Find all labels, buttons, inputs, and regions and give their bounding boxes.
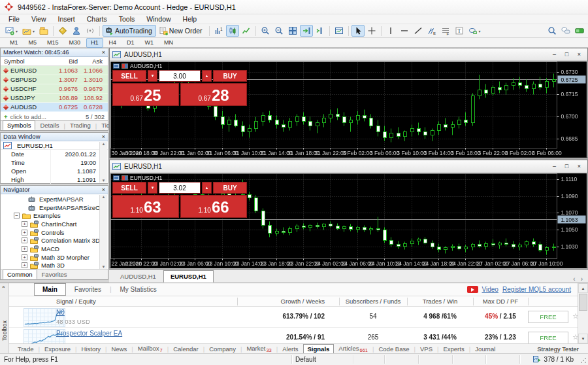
fibonacci-button[interactable]: F bbox=[439, 25, 452, 37]
minimize-icon[interactable]: – bbox=[549, 50, 560, 59]
column-header-trades[interactable]: Trades / Win bbox=[407, 296, 473, 307]
market-watch-row-gbpusd[interactable]: GBPUSD1.30071.3010 bbox=[1, 75, 108, 84]
close-icon[interactable]: × bbox=[2, 284, 5, 290]
chevron-down-icon[interactable]: ▾ bbox=[479, 29, 481, 33]
andrews-pitchfork-button[interactable]: E bbox=[425, 25, 438, 37]
timeframe-mn[interactable]: MN bbox=[159, 38, 178, 48]
column-header-maxdd[interactable]: Max DD / PF bbox=[473, 296, 528, 307]
volume-up-icon[interactable]: ▲ bbox=[202, 182, 212, 194]
chart-window-titlebar[interactable]: EURUSD,H1 – □ × bbox=[110, 160, 587, 173]
volume-input[interactable]: 3.02 bbox=[159, 182, 201, 194]
market-watch-add-row[interactable]: + click to add... 5 / 302 bbox=[1, 112, 108, 121]
navigator-item-math-3d-morpher[interactable]: +Math 3D Morpher bbox=[1, 253, 99, 262]
menu-tools[interactable]: Tools bbox=[113, 14, 141, 24]
navigator-item-chartinchart[interactable]: +ChartInChart bbox=[1, 220, 99, 228]
bar-chart-button[interactable]: 1 bbox=[212, 25, 225, 37]
tab-vps[interactable]: VPS bbox=[416, 344, 437, 354]
tab-experts[interactable]: Experts bbox=[438, 344, 468, 354]
profiles-button[interactable]: ▾ bbox=[20, 25, 37, 37]
market-watch-row-usdjpy[interactable]: USDJPY108.89108.92 bbox=[1, 94, 108, 103]
navigator-item-expertmapsarsizeoptim[interactable]: ExpertMAPSARSizeOptim bbox=[1, 203, 99, 212]
tab-symbols[interactable]: Symbols bbox=[3, 120, 35, 130]
expand-icon[interactable]: + bbox=[22, 262, 27, 268]
menu-help[interactable]: Help bbox=[177, 14, 203, 24]
vertical-line-button[interactable] bbox=[384, 25, 397, 37]
sell-button[interactable]: SELL bbox=[112, 70, 146, 82]
shapes-button[interactable]: ▾ bbox=[466, 25, 483, 37]
chevron-down-icon[interactable]: ▾ bbox=[33, 29, 35, 33]
new-order-button[interactable]: New Order bbox=[157, 25, 206, 37]
chart-tab-audusd-h1[interactable]: AUDUSD,H1 bbox=[113, 270, 163, 283]
tab-signals[interactable]: Signals bbox=[303, 344, 335, 354]
collapse-icon[interactable]: − bbox=[14, 213, 20, 218]
open-folder-button[interactable] bbox=[37, 25, 50, 37]
line-chart-button[interactable] bbox=[240, 25, 253, 37]
tab-code-base[interactable]: Code Base bbox=[374, 344, 414, 354]
signal-name-link[interactable]: Prospector Scalper EA bbox=[56, 330, 122, 337]
menu-insert[interactable]: Insert bbox=[52, 14, 81, 24]
chart-shift-button[interactable] bbox=[314, 25, 327, 37]
tab-news[interactable]: News bbox=[107, 344, 132, 354]
tab-company[interactable]: Company bbox=[204, 344, 240, 354]
chart-tab-eurusd-h1[interactable]: EURUSD,H1 bbox=[163, 270, 214, 283]
volume-down-icon[interactable]: ▼ bbox=[148, 70, 157, 82]
close-icon[interactable]: × bbox=[102, 133, 105, 141]
trend-line-button[interactable] bbox=[412, 25, 425, 37]
scroll-up-icon[interactable]: ▲ bbox=[578, 283, 588, 293]
buy-button[interactable]: BUY bbox=[213, 182, 247, 194]
chevron-down-icon[interactable]: ▾ bbox=[16, 29, 18, 33]
navigator-item-controls[interactable]: +Controls bbox=[1, 228, 99, 237]
volume-input[interactable]: 3.00 bbox=[159, 70, 201, 82]
timeframe-h4[interactable]: H4 bbox=[105, 38, 122, 48]
menu-view[interactable]: View bbox=[25, 14, 52, 24]
buy-price-button[interactable]: 0.67 28 bbox=[180, 83, 247, 106]
tab-main[interactable]: Main bbox=[34, 283, 66, 296]
tab-my-statistics[interactable]: My Statistics bbox=[112, 283, 165, 296]
candle-chart-button[interactable] bbox=[226, 25, 239, 37]
chart-window-titlebar[interactable]: AUDUSD,H1 – □ × bbox=[110, 48, 587, 61]
video-link[interactable]: Video bbox=[482, 286, 498, 293]
free-button[interactable]: FREE bbox=[528, 332, 568, 344]
timeframe-m1[interactable]: M1 bbox=[5, 38, 23, 48]
market-watch-row-eurusd[interactable]: EURUSD1.10631.1066 bbox=[1, 66, 108, 75]
scroll-left-icon[interactable]: ‹ bbox=[573, 275, 575, 283]
tab-exposure[interactable]: Exposure bbox=[40, 344, 75, 354]
buy-button[interactable]: BUY bbox=[213, 70, 247, 82]
horizontal-line-button[interactable] bbox=[398, 25, 411, 37]
signal-row-n0[interactable]: N048 033 USD613.79% / 102544 968 /61%45%… bbox=[9, 307, 578, 328]
volume-up-icon[interactable]: ▲ bbox=[202, 70, 212, 82]
scroll-up-icon[interactable]: ▲ bbox=[100, 142, 107, 146]
tab-calendar[interactable]: Calendar bbox=[169, 344, 203, 354]
broadcast-button[interactable] bbox=[84, 25, 97, 37]
menu-charts[interactable]: Charts bbox=[81, 14, 113, 24]
timeframe-m15[interactable]: M15 bbox=[42, 38, 63, 48]
scroll-down-icon[interactable]: ▼ bbox=[100, 265, 107, 269]
star-icon[interactable]: ☆ bbox=[572, 333, 578, 341]
data-window-button[interactable] bbox=[70, 25, 83, 37]
search-button[interactable] bbox=[547, 26, 557, 35]
zoom-out-button[interactable] bbox=[272, 25, 286, 37]
timeframe-m30[interactable]: M30 bbox=[65, 38, 86, 48]
close-icon[interactable]: × bbox=[574, 50, 585, 59]
volume-down-icon[interactable]: ▼ bbox=[148, 182, 157, 194]
column-header-subscribers[interactable]: Subscribers / Funds bbox=[339, 296, 407, 307]
menu-file[interactable]: File bbox=[3, 14, 25, 24]
column-header-symbol[interactable]: Symbol bbox=[1, 58, 48, 65]
menu-window[interactable]: Window bbox=[140, 14, 176, 24]
navigator-scrollbar[interactable]: ▲ ▼ bbox=[99, 195, 107, 269]
close-icon[interactable]: × bbox=[102, 186, 105, 194]
cursor-button[interactable] bbox=[351, 25, 365, 37]
timeframe-m5[interactable]: M5 bbox=[24, 38, 42, 48]
buy-price-button[interactable]: 1.10 66 bbox=[180, 195, 247, 218]
sell-button[interactable]: SELL bbox=[112, 182, 146, 194]
new-chart-button[interactable]: ▾ bbox=[3, 25, 20, 37]
navigator-item-correlation-matrix-3d[interactable]: +Correlation Matrix 3D bbox=[1, 236, 99, 245]
star-icon[interactable]: ☆ bbox=[572, 312, 578, 321]
close-icon[interactable]: × bbox=[574, 162, 585, 171]
market-watch-row-audusd[interactable]: AUDUSD0.67250.6728 bbox=[1, 103, 108, 112]
scroll-right-icon[interactable]: › bbox=[581, 275, 583, 283]
chat-button[interactable] bbox=[561, 26, 570, 35]
tab-favorites[interactable]: Favorites bbox=[66, 283, 110, 296]
close-icon[interactable]: × bbox=[102, 48, 105, 56]
register-mql5-link[interactable]: Register MQL5 account bbox=[502, 286, 571, 293]
